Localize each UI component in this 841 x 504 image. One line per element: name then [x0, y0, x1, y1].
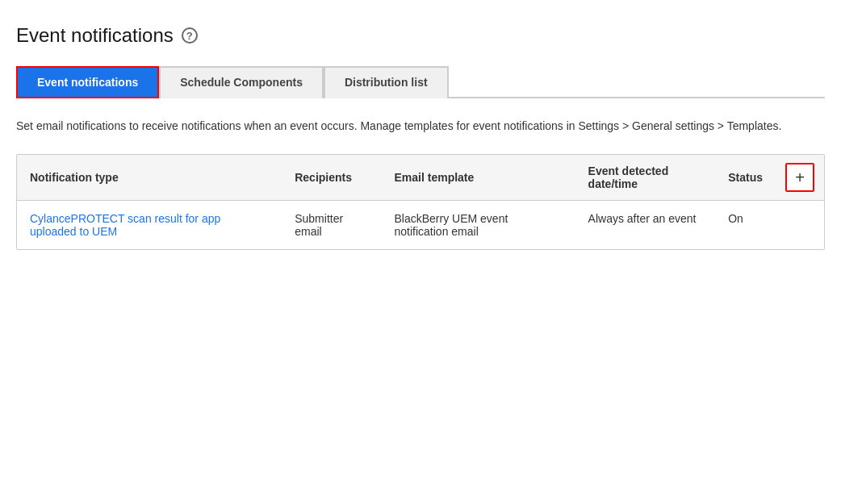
cell-status: On: [715, 201, 776, 250]
col-header-status: Status: [715, 155, 776, 201]
cell-notification-type: CylancePROTECT scan result for app uploa…: [17, 201, 282, 250]
table-header-row: Notification type Recipients Email templ…: [17, 155, 824, 201]
table-row: CylancePROTECT scan result for app uploa…: [17, 201, 824, 250]
tab-event-notifications[interactable]: Event notifications: [16, 66, 159, 98]
cell-event-detected: Always after an event: [575, 201, 716, 250]
col-header-event-detected: Event detected date/time: [575, 155, 716, 201]
notifications-table: Notification type Recipients Email templ…: [17, 155, 824, 249]
description-text: Set email notifications to receive notif…: [16, 118, 823, 135]
tabs-container: Event notifications Schedule Components …: [16, 66, 825, 98]
add-column-header: +: [776, 155, 824, 201]
col-header-email-template: Email template: [382, 155, 575, 201]
col-header-recipients: Recipients: [282, 155, 381, 201]
page-header: Event notifications ?: [16, 24, 825, 47]
add-notification-button[interactable]: +: [785, 163, 814, 192]
col-header-notification-type: Notification type: [17, 155, 282, 201]
notifications-table-wrapper: Notification type Recipients Email templ…: [16, 154, 825, 250]
notification-type-link[interactable]: CylancePROTECT scan result for app uploa…: [30, 212, 220, 238]
help-icon[interactable]: ?: [182, 27, 198, 44]
cell-email-template: BlackBerry UEM event notification email: [382, 201, 575, 250]
cell-actions: [776, 201, 824, 250]
page-title: Event notifications: [16, 24, 174, 47]
tab-distribution-list[interactable]: Distribution list: [324, 66, 449, 98]
tab-schedule-components[interactable]: Schedule Components: [159, 66, 324, 98]
cell-recipients: Submitter email: [282, 201, 381, 250]
